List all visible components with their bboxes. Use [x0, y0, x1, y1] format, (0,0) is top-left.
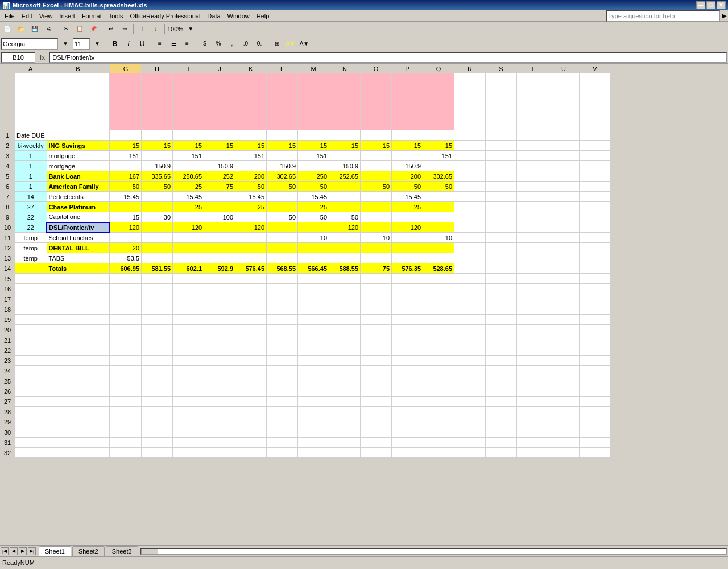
cell-1-P[interactable]: [392, 130, 423, 141]
menu-window[interactable]: Window: [224, 11, 253, 20]
cell-28-A[interactable]: [15, 407, 47, 417]
cell-32-S[interactable]: [486, 448, 517, 458]
cell-6-T[interactable]: [517, 182, 548, 192]
cell-12-J[interactable]: [204, 243, 235, 253]
increase-decimal-button[interactable]: .0: [239, 38, 252, 50]
new-button[interactable]: 📄: [1, 23, 14, 35]
cell-31-H[interactable]: [142, 438, 173, 448]
cell-5-B[interactable]: Bank Loan: [47, 171, 109, 182]
cell-1-K[interactable]: [235, 130, 267, 141]
cell-3-H[interactable]: [142, 151, 173, 161]
cell-3-R[interactable]: [454, 151, 486, 161]
cell-5-P[interactable]: 200: [392, 171, 423, 182]
cell-7-R[interactable]: [454, 192, 486, 202]
cell-24-J[interactable]: [204, 366, 235, 376]
grid-wrapper[interactable]: A B G H I J K L M N O P Q: [0, 64, 728, 545]
cell-14-B[interactable]: Totals: [47, 263, 109, 274]
cell-20-A[interactable]: [15, 325, 47, 335]
cell-7-I[interactable]: 15.45: [173, 192, 204, 202]
cell-16-G[interactable]: [110, 284, 142, 294]
comma-button[interactable]: ,: [226, 38, 238, 50]
cell-30-O[interactable]: [361, 427, 392, 438]
cell-9-P[interactable]: [392, 212, 423, 222]
cell-19-R[interactable]: [454, 315, 486, 325]
cell-19-G[interactable]: [110, 315, 142, 325]
cell-5-T[interactable]: [517, 171, 548, 182]
cell-32-I[interactable]: [173, 448, 204, 458]
cell-27-H[interactable]: [142, 397, 173, 407]
cell-6-J[interactable]: 75: [204, 182, 235, 192]
cell-24-V[interactable]: [580, 366, 611, 376]
cell-6-N[interactable]: [329, 182, 361, 192]
cell-11-A[interactable]: temp: [15, 233, 47, 243]
cell-12-S[interactable]: [486, 243, 517, 253]
cell-2-N[interactable]: 15: [329, 141, 361, 151]
cell-17-J[interactable]: [204, 294, 235, 304]
cell-17-H[interactable]: [142, 294, 173, 304]
cell-27-M[interactable]: [298, 397, 329, 407]
cell-9-T[interactable]: [517, 212, 548, 222]
cell-31-O[interactable]: [361, 438, 392, 448]
cell-20-B[interactable]: [47, 325, 109, 335]
cell-7-H[interactable]: [142, 192, 173, 202]
cell-21-N[interactable]: [329, 335, 361, 345]
cell-4-V[interactable]: [580, 161, 611, 171]
cell-12-N[interactable]: [329, 243, 361, 253]
cell-26-B[interactable]: [47, 386, 109, 397]
cell-22-S[interactable]: [486, 345, 517, 356]
cell-14-O[interactable]: 75: [361, 263, 392, 274]
cell-8-G[interactable]: [110, 202, 142, 212]
cell-21-H[interactable]: [142, 335, 173, 345]
cell-25-I[interactable]: [173, 376, 204, 386]
cell-6-G[interactable]: 50: [110, 182, 142, 192]
cell-31-Q[interactable]: [423, 438, 454, 448]
cell-32-G[interactable]: [110, 448, 142, 458]
cell-20-L[interactable]: [267, 325, 298, 335]
cell-4-L[interactable]: 150.9: [267, 161, 298, 171]
cell-8-N[interactable]: [329, 202, 361, 212]
col-header-A[interactable]: A: [15, 64, 47, 73]
cell-25-R[interactable]: [454, 376, 486, 386]
cell-8-B[interactable]: Chase Platinum: [47, 202, 109, 212]
cell-1-M[interactable]: [298, 130, 329, 141]
cell-22-O[interactable]: [361, 345, 392, 356]
cell-22-J[interactable]: [204, 345, 235, 356]
cell-24-Q[interactable]: [423, 366, 454, 376]
cell-15-Q[interactable]: [423, 274, 454, 284]
cell-13-N[interactable]: [329, 253, 361, 263]
cell-17-V[interactable]: [580, 294, 611, 304]
cell-18-P[interactable]: [392, 304, 423, 315]
cell-29-N[interactable]: [329, 417, 361, 427]
cell-20-M[interactable]: [298, 325, 329, 335]
cell-10-P[interactable]: 120: [392, 222, 423, 233]
cell-12-K[interactable]: [235, 243, 267, 253]
cell-26-S[interactable]: [486, 386, 517, 397]
cell-28-J[interactable]: [204, 407, 235, 417]
cell-19-N[interactable]: [329, 315, 361, 325]
col-header-K[interactable]: K: [235, 64, 267, 73]
open-button[interactable]: 📂: [15, 23, 27, 35]
cell-4-T[interactable]: [517, 161, 548, 171]
cell-23-J[interactable]: [204, 356, 235, 366]
cell-30-M[interactable]: [298, 427, 329, 438]
col-header-L[interactable]: L: [267, 64, 298, 73]
cell-3-B[interactable]: mortgage: [47, 151, 109, 161]
menu-help[interactable]: Help: [253, 11, 273, 20]
cell-9-V[interactable]: [580, 212, 611, 222]
cell-1-A[interactable]: Date DUE: [15, 130, 47, 141]
cell-26-T[interactable]: [517, 386, 548, 397]
close-button[interactable]: ✕: [717, 1, 726, 9]
cell-16-Q[interactable]: [423, 284, 454, 294]
cell-20-O[interactable]: [361, 325, 392, 335]
cell-11-Q[interactable]: 10: [423, 233, 454, 243]
cell-21-P[interactable]: [392, 335, 423, 345]
cell-19-H[interactable]: [142, 315, 173, 325]
cell-13-L[interactable]: [267, 253, 298, 263]
col-header-V[interactable]: V: [580, 64, 611, 73]
cell-19-O[interactable]: [361, 315, 392, 325]
cell-16-V[interactable]: [580, 284, 611, 294]
italic-button[interactable]: I: [122, 38, 135, 50]
cell-29-J[interactable]: [204, 417, 235, 427]
cell-28-H[interactable]: [142, 407, 173, 417]
cell-1-T[interactable]: [517, 130, 548, 141]
